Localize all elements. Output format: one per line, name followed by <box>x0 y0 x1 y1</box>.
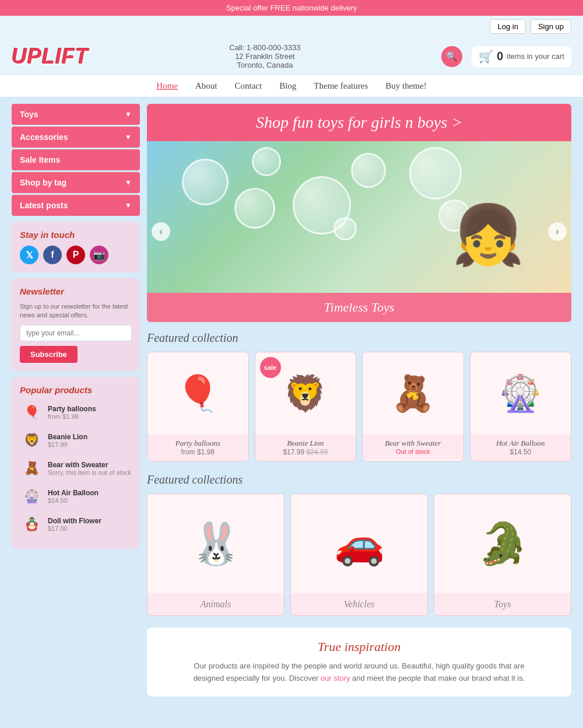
hero-banner-text: Shop fun toys for girls n boys > <box>256 113 462 131</box>
sidebar-item-shop-by-tag[interactable]: Shop by tag ▼ <box>12 172 140 193</box>
main-layout: Toys ▼ Accessories ▼ Sale Items Shop by … <box>0 97 583 704</box>
top-banner-text: Special offer FREE nationwide delivery <box>226 4 357 12</box>
product-name: Party balloons <box>48 405 96 413</box>
list-item[interactable]: 🎈 Party balloons from $1.98 <box>20 401 132 424</box>
product-image: 🎡 <box>470 352 571 434</box>
product-card[interactable]: sale 🦁 Beanie Lion $17.99 $24.99 <box>255 352 357 461</box>
product-name: Doll with Flower <box>48 517 101 525</box>
signup-button[interactable]: Sign up <box>531 19 571 34</box>
cart-icon: 🛒 <box>479 50 493 64</box>
product-info: Bear with Sweater Out of stock <box>363 434 463 460</box>
inspiration-section: True inspiration Our products are inspir… <box>147 628 571 696</box>
header: UPLIFT Call: 1-800-000-3333 12 Franklin … <box>0 37 583 75</box>
product-info: Beanie Lion $17.99 $24.99 <box>255 434 356 461</box>
product-info: Hot Air Balloon $14.50 <box>48 489 99 504</box>
collection-card-vehicles[interactable]: 🚗 Vehicles <box>290 494 428 616</box>
popular-products-title: Popular products <box>20 385 132 395</box>
product-thumbnail: 🦁 <box>20 429 43 452</box>
social-icons: 𝕏 f P 📷 <box>20 246 132 264</box>
nav-about[interactable]: About <box>195 81 217 91</box>
sidebar-item-toys[interactable]: Toys ▼ <box>12 104 140 125</box>
sidebar-item-latest-posts[interactable]: Latest posts ▼ <box>12 195 140 216</box>
carousel: 👧 ‹ › Timeless Toys <box>147 141 571 322</box>
product-thumbnail: 🪆 <box>20 513 43 536</box>
login-button[interactable]: Log in <box>490 19 525 34</box>
product-info: Beanie Lion $17.99 <box>48 433 87 448</box>
list-item[interactable]: 🪆 Doll with Flower $17.00 <box>20 513 132 536</box>
product-status: Sorry, this item is out of stock <box>48 469 131 476</box>
nav-buy-theme[interactable]: Buy theme! <box>385 81 426 91</box>
nav-blog[interactable]: Blog <box>279 81 296 91</box>
sidebar-item-accessories[interactable]: Accessories ▼ <box>12 127 140 148</box>
product-card[interactable]: 🎈 Party balloons from $1.98 <box>147 352 249 461</box>
collection-card-toys[interactable]: 🐊 Toys <box>434 494 571 616</box>
product-name: Hot Air Balloon <box>475 439 567 448</box>
carousel-prev-button[interactable]: ‹ <box>152 222 170 241</box>
sale-badge: sale <box>260 357 281 378</box>
product-info: Party balloons from $1.98 <box>147 434 248 461</box>
main-content: Shop fun toys for girls n boys > 👧 <box>147 104 571 696</box>
product-card[interactable]: 🎡 Hot Air Balloon $14.50 <box>470 352 572 461</box>
header-contact: Call: 1-800-000-3333 12 Franklin Street … <box>229 43 300 69</box>
product-info: Party balloons from $1.98 <box>48 405 96 420</box>
product-name: Bear with Sweater <box>48 461 131 469</box>
address: 12 Franklin Street <box>229 52 300 61</box>
list-item[interactable]: 🎡 Hot Air Balloon $14.50 <box>20 485 132 508</box>
site-logo[interactable]: UPLIFT <box>12 44 89 69</box>
nav-home[interactable]: Home <box>156 81 178 91</box>
our-story-link[interactable]: our story <box>321 674 350 682</box>
product-name: Bear with Sweater <box>367 439 459 448</box>
phone-number: Call: 1-800-000-3333 <box>229 43 300 52</box>
auth-bar: Log in Sign up <box>0 16 583 37</box>
city: Toronto, Canada <box>229 61 300 69</box>
product-price: $17.99 <box>48 441 87 448</box>
bubble <box>234 188 275 229</box>
collection-label: Toys <box>434 593 571 615</box>
inspiration-title: True inspiration <box>159 639 560 654</box>
bubble <box>182 159 229 205</box>
sidebar-accessories-label: Accessories <box>20 132 68 142</box>
product-name: Party balloons <box>152 439 244 448</box>
pinterest-icon[interactable]: P <box>66 246 85 264</box>
hero-banner[interactable]: Shop fun toys for girls n boys > <box>147 104 571 141</box>
instagram-icon[interactable]: 📷 <box>90 246 108 264</box>
product-price: from $1.98 <box>152 448 244 456</box>
stay-in-touch-widget: Stay in touch 𝕏 f P 📷 <box>12 222 140 272</box>
twitter-icon[interactable]: 𝕏 <box>20 246 38 264</box>
featured-product-grid: 🎈 Party balloons from $1.98 sale 🦁 Beani… <box>147 352 571 461</box>
sidebar-menu: Toys ▼ Accessories ▼ Sale Items Shop by … <box>12 104 140 216</box>
featured-collections-title: Featured collections <box>147 473 571 487</box>
email-input[interactable] <box>20 325 132 341</box>
newsletter-description: Sign up to our newsletter for the latest… <box>20 302 132 320</box>
product-name: Beanie Lion <box>48 433 87 441</box>
collection-image: 🚗 <box>291 494 427 593</box>
list-item[interactable]: 🧸 Bear with Sweater Sorry, this item is … <box>20 457 132 480</box>
product-price: $14.50 <box>475 448 567 456</box>
facebook-icon[interactable]: f <box>43 246 62 264</box>
list-item[interactable]: 🦁 Beanie Lion $17.99 <box>20 429 132 452</box>
collection-card-animals[interactable]: 🐰 Animals <box>147 494 285 616</box>
inspiration-text-after: and meet the people that make our brand … <box>352 674 525 682</box>
product-image: 🎈 <box>147 352 248 434</box>
old-price: $24.99 <box>306 448 328 456</box>
nav-theme-features[interactable]: Theme features <box>314 81 368 91</box>
nav-contact[interactable]: Contact <box>235 81 262 91</box>
sidebar: Toys ▼ Accessories ▼ Sale Items Shop by … <box>12 104 140 696</box>
carousel-next-button[interactable]: › <box>548 222 567 241</box>
collection-image: 🐰 <box>147 494 284 593</box>
sidebar-shop-tag-label: Shop by tag <box>20 178 66 187</box>
header-right: 🔍 🛒 0 items in your cart <box>441 46 571 67</box>
bubble <box>351 153 386 188</box>
sidebar-toys-label: Toys <box>20 110 38 119</box>
product-card[interactable]: 🧸 Bear with Sweater Out of stock <box>362 352 464 461</box>
search-button[interactable]: 🔍 <box>441 46 462 67</box>
cart-count: 0 <box>497 50 503 63</box>
product-price: from $1.98 <box>48 413 96 420</box>
product-info: Bear with Sweater Sorry, this item is ou… <box>48 461 131 476</box>
subscribe-button[interactable]: Subscribe <box>20 346 78 363</box>
product-thumbnail: 🧸 <box>20 457 43 480</box>
product-thumbnail: 🎈 <box>20 401 43 424</box>
top-banner: Special offer FREE nationwide delivery <box>0 0 583 16</box>
sidebar-item-sale[interactable]: Sale Items <box>12 149 140 170</box>
cart-area[interactable]: 🛒 0 items in your cart <box>472 46 571 67</box>
